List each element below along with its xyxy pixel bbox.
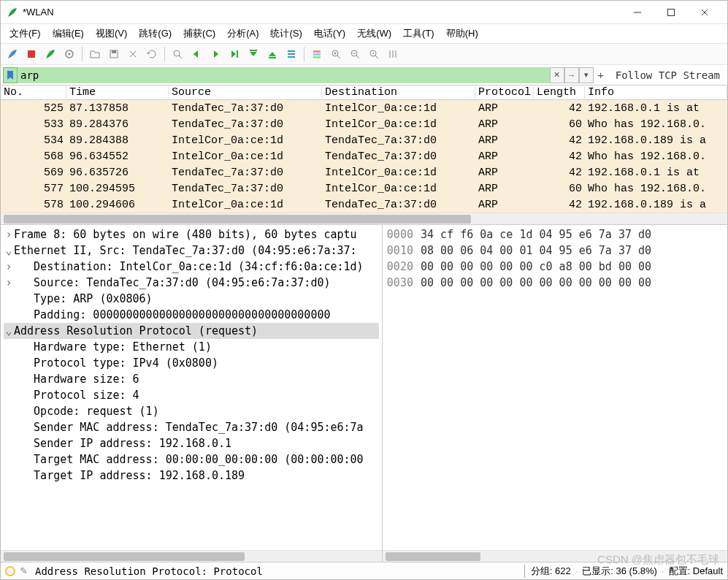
maximize-button[interactable] [654, 1, 688, 23]
tree-item[interactable]: Target IP address: 192.168.0.189 [4, 468, 379, 484]
svg-line-8 [179, 56, 182, 58]
displayed-label: 已显示: [582, 565, 613, 578]
go-first-icon[interactable] [245, 45, 262, 63]
packet-row[interactable]: 578100.294606IntelCor_0a:ce:1dTendaTec_7… [1, 196, 727, 213]
app-icon [7, 7, 18, 18]
svg-line-18 [337, 56, 340, 58]
packet-list-header[interactable]: No. Time Source Destination Protocol Len… [1, 85, 727, 100]
col-no[interactable]: No. [1, 86, 66, 99]
go-forward-icon[interactable] [207, 45, 224, 63]
tree-item[interactable]: › Destination: IntelCor_0a:ce:1d (34:cf:… [4, 259, 379, 275]
menu-file[interactable]: 文件(F) [4, 26, 47, 42]
restart-capture-icon[interactable] [42, 45, 59, 63]
col-time[interactable]: Time [66, 86, 169, 99]
auto-scroll-icon[interactable] [283, 45, 300, 63]
colorize-icon[interactable] [308, 45, 326, 63]
tree-item[interactable]: › Source: TendaTec_7a:37:d0 (04:95:e6:7a… [4, 275, 379, 291]
packet-row[interactable]: 577100.294595TendaTec_7a:37:d0IntelCor_0… [1, 180, 727, 196]
menu-statistics[interactable]: 统计(S) [264, 26, 307, 42]
svg-rect-11 [288, 50, 295, 52]
zoom-in-icon[interactable] [327, 45, 345, 63]
col-destination[interactable]: Destination [322, 86, 475, 99]
reload-icon[interactable] [143, 45, 161, 63]
hex-line[interactable]: 002000 00 00 00 00 00 c0 a8 00 bd 00 00 [387, 259, 723, 275]
add-filter-button[interactable]: + [594, 69, 608, 81]
tree-item[interactable]: Hardware size: 6 [4, 371, 379, 387]
go-last-icon[interactable] [264, 45, 281, 63]
menu-analyze[interactable]: 分析(A) [221, 26, 264, 42]
menu-edit[interactable]: 编辑(E) [47, 26, 90, 42]
go-to-packet-icon[interactable] [226, 45, 243, 63]
bookmark-icon[interactable] [3, 67, 18, 83]
tree-item[interactable]: Opcode: request (1) [4, 403, 379, 419]
col-protocol[interactable]: Protocol [475, 86, 534, 99]
tree-item[interactable]: ›Frame 8: 60 bytes on wire (480 bits), 6… [4, 226, 379, 243]
toolbar-separator [164, 47, 165, 61]
resize-columns-icon[interactable] [384, 45, 402, 63]
tree-item[interactable]: Hardware type: Ethernet (1) [4, 339, 379, 355]
packet-bytes-pane: 000034 cf f6 0a ce 1d 04 95 e6 7a 37 d00… [383, 225, 727, 562]
apply-filter-icon[interactable]: → [564, 67, 579, 83]
hex-line[interactable]: 001008 00 06 04 00 01 04 95 e6 7a 37 d0 [387, 243, 723, 259]
zoom-reset-icon[interactable] [365, 45, 383, 63]
history-dropdown-icon[interactable]: ▾ [579, 67, 594, 83]
svg-point-7 [174, 50, 180, 56]
packet-row[interactable]: 56896.634552IntelCor_0a:ce:1dTendaTec_7a… [1, 148, 727, 164]
go-back-icon[interactable] [188, 45, 205, 63]
capture-options-icon[interactable] [61, 45, 78, 63]
profile-name: Default [693, 565, 723, 576]
profile-label: 配置: [669, 565, 691, 578]
close-file-icon[interactable] [124, 45, 142, 63]
window-title: *WLAN [23, 7, 621, 18]
find-icon[interactable] [169, 45, 186, 63]
packet-list-hscroll[interactable] [1, 213, 727, 224]
col-info[interactable]: Info [585, 86, 727, 99]
tree-item[interactable]: Sender MAC address: TendaTec_7a:37:d0 (0… [4, 419, 379, 435]
hex-line[interactable]: 003000 00 00 00 00 00 00 00 00 00 00 00 [387, 275, 723, 291]
display-filter-input[interactable] [18, 67, 550, 83]
menu-go[interactable]: 跳转(G) [133, 26, 177, 42]
toolbar [1, 43, 727, 65]
tree-item[interactable]: ⌄Address Resolution Protocol (request) [4, 323, 379, 339]
packet-row[interactable]: 53389.284376TendaTec_7a:37:d0IntelCor_0a… [1, 116, 727, 132]
tree-item[interactable]: Protocol size: 4 [4, 387, 379, 403]
packet-row[interactable]: 52587.137858TendaTec_7a:37:d0IntelCor_0a… [1, 100, 727, 116]
menu-tools[interactable]: 工具(T) [397, 26, 440, 42]
start-capture-icon[interactable] [4, 45, 21, 63]
menu-wireless[interactable]: 无线(W) [351, 26, 397, 42]
svg-rect-2 [28, 50, 35, 58]
close-button[interactable] [688, 1, 721, 23]
open-file-icon[interactable] [86, 45, 104, 63]
statusbar: ✎ Address Resolution Protocol: Protocol … [1, 562, 727, 579]
tree-hscroll[interactable] [1, 550, 382, 562]
tree-item[interactable]: Padding: 0000000000000000000000000000000… [4, 307, 379, 323]
menu-help[interactable]: 帮助(H) [440, 26, 484, 42]
stop-capture-icon[interactable] [23, 45, 40, 63]
svg-rect-16 [313, 56, 321, 58]
tree-item[interactable]: Sender IP address: 192.168.0.1 [4, 435, 379, 451]
hex-line[interactable]: 000034 cf f6 0a ce 1d 04 95 e6 7a 37 d0 [387, 226, 723, 243]
edit-icon[interactable]: ✎ [20, 565, 28, 576]
svg-rect-15 [313, 53, 321, 56]
tree-item[interactable]: Type: ARP (0x0806) [4, 291, 379, 307]
packet-row[interactable]: 53489.284388IntelCor_0a:ce:1dTendaTec_7a… [1, 132, 727, 148]
clear-filter-icon[interactable]: ✕ [550, 67, 564, 83]
tree-item[interactable]: Protocol type: IPv4 (0x0800) [4, 355, 379, 371]
svg-rect-6 [112, 50, 116, 53]
svg-rect-14 [313, 50, 321, 53]
tree-item[interactable]: ⌄Ethernet II, Src: TendaTec_7a:37:d0 (04… [4, 243, 379, 259]
menu-view[interactable]: 视图(V) [90, 26, 133, 42]
menu-capture[interactable]: 捕获(C) [177, 26, 221, 42]
menu-telephony[interactable]: 电话(Y) [308, 26, 351, 42]
follow-tcp-stream-link[interactable]: Follow TCP Stream [608, 69, 727, 81]
save-file-icon[interactable] [105, 45, 123, 63]
hex-hscroll[interactable] [383, 550, 727, 562]
col-length[interactable]: Length [534, 86, 585, 99]
minimize-button[interactable] [621, 1, 654, 23]
detail-panes: ›Frame 8: 60 bytes on wire (480 bits), 6… [1, 224, 727, 562]
packet-row[interactable]: 56996.635726TendaTec_7a:37:d0IntelCor_0a… [1, 164, 727, 180]
tree-item[interactable]: Target MAC address: 00:00:00_00:00:00 (0… [4, 451, 379, 468]
zoom-out-icon[interactable] [346, 45, 364, 63]
expert-info-icon[interactable] [5, 566, 15, 576]
col-source[interactable]: Source [169, 86, 322, 99]
